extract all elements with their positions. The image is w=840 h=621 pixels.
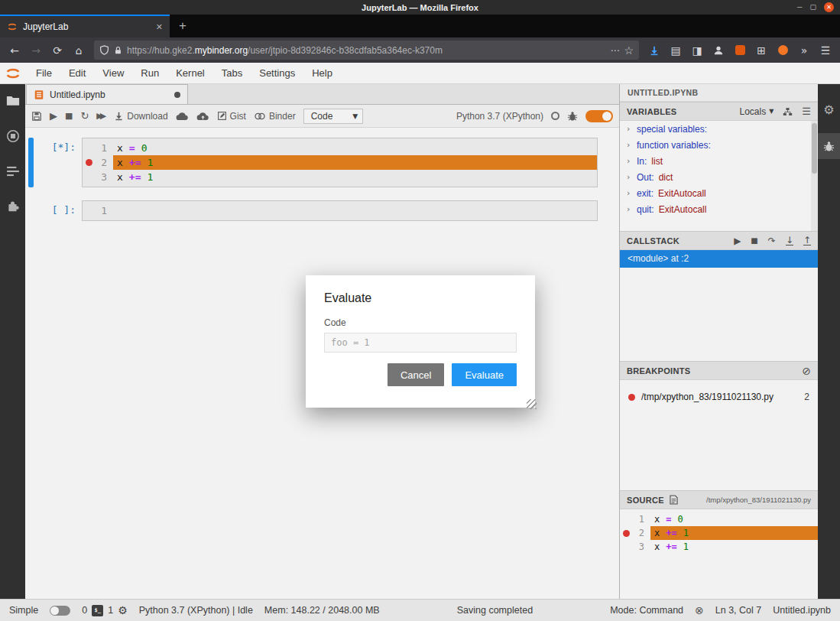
browser-tab-bar: JupyterLab ✕ +	[0, 15, 840, 37]
extension-icon-2[interactable]	[773, 41, 793, 60]
cancel-button[interactable]: Cancel	[388, 363, 444, 386]
evaluate-dialog: Evaluate Code Cancel Evaluate	[306, 275, 535, 408]
browser-tab-title: JupyterLab	[23, 21, 151, 32]
menu-button[interactable]: ☰	[816, 41, 835, 60]
lock-icon[interactable]	[114, 46, 122, 55]
dialog-title: Evaluate	[324, 291, 517, 305]
jupyter-favicon	[7, 21, 18, 32]
grid-extension-icon[interactable]: ⊞	[751, 41, 771, 60]
sidebar-button[interactable]: ◨	[687, 41, 707, 60]
back-button[interactable]: ←	[5, 41, 24, 60]
extension-icon[interactable]	[730, 41, 750, 60]
jupyterlab-app: File Edit View Run Kernel Tabs Settings …	[0, 63, 840, 621]
tracking-shield-icon[interactable]	[99, 45, 109, 55]
reload-button[interactable]: ⟳	[47, 41, 67, 60]
url-bar[interactable]: https://hub.gke2.mybinder.org/user/jtpio…	[94, 41, 639, 60]
bookmark-star-icon[interactable]: ☆	[624, 44, 634, 57]
page-actions-icon[interactable]: ⋯	[610, 45, 619, 56]
new-tab-button[interactable]: +	[170, 15, 196, 37]
overflow-chevron-icon[interactable]: »	[794, 41, 814, 60]
window-minimize-button[interactable]: ─	[797, 4, 802, 11]
code-input[interactable]	[324, 333, 517, 353]
library-button[interactable]: ▤	[666, 41, 686, 60]
forward-button[interactable]: →	[26, 41, 46, 60]
evaluate-button[interactable]: Evaluate	[452, 363, 517, 386]
resize-grip[interactable]	[527, 399, 537, 409]
downloads-button[interactable]	[644, 41, 664, 60]
code-field-label: Code	[324, 317, 517, 328]
screen: JupyterLab — Mozilla Firefox ─ ▢ ✕ Jupyt…	[0, 0, 840, 621]
window-titlebar: JupyterLab — Mozilla Firefox ─ ▢ ✕	[0, 0, 840, 15]
window-title: JupyterLab — Mozilla Firefox	[0, 3, 840, 12]
browser-tab[interactable]: JupyterLab ✕	[0, 15, 170, 37]
window-maximize-button[interactable]: ▢	[809, 4, 816, 11]
home-button[interactable]: ⌂	[69, 41, 89, 60]
browser-toolbar: ← → ⟳ ⌂ https://hub.gke2.mybinder.org/us…	[0, 37, 840, 63]
window-close-button[interactable]: ✕	[824, 2, 834, 12]
tab-close-icon[interactable]: ✕	[156, 22, 163, 32]
window-controls: ─ ▢ ✕	[797, 2, 840, 12]
account-button[interactable]	[709, 41, 728, 60]
url-text: https://hub.gke2.mybinder.org/user/jtpio…	[127, 45, 605, 56]
